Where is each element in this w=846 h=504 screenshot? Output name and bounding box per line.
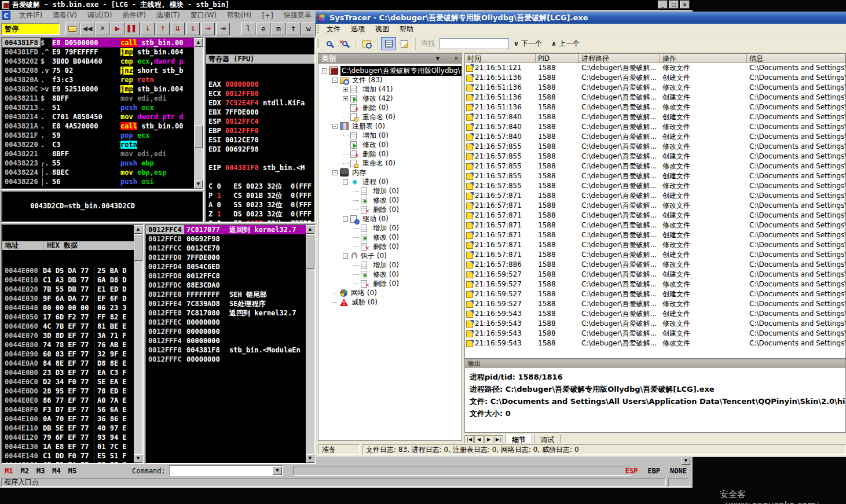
table-row[interactable]: 21:16:57:8711588C:\debuger\吾爱破解...创建文件C:… [465,211,845,220]
table-row[interactable]: 21:16:59:5431588C:\debuger\吾爱破解...创建文件C:… [465,309,845,319]
dump-row[interactable]: 0044E12079 6F EF 7793 94 E [2,433,142,442]
first-record-button[interactable]: ∣◀ [464,435,474,444]
stack-row[interactable]: 0012FFCC0012CE70 [146,244,314,253]
registers-pane[interactable]: 寄存器 (FPU) EAX 00000000ECX 0012FFB0EDX 7C… [205,37,316,223]
collapse-icon[interactable]: - [343,253,348,259]
scrollbar-thumb[interactable] [134,234,142,261]
scroll-down-icon[interactable]: ▼ [682,457,690,465]
tree-item[interactable]: +修改 (42) [320,94,462,103]
stack-scrollbar[interactable]: ▲▼ [306,225,314,463]
toggle-detail-view-button[interactable] [397,37,412,50]
disasm-row[interactable]: 00438208.v75 02jnz short stb_b [2,66,203,75]
table-row[interactable]: 21:16:57:8551588C:\debuger\吾爱破解...创建文件C:… [465,152,845,161]
close-icon[interactable]: ✕ [452,55,460,62]
collapse-icon[interactable]: - [332,124,338,129]
collapse-icon[interactable]: - [343,179,348,185]
column-header[interactable]: PID [536,54,579,63]
execute-till-return-button[interactable]: → [201,23,215,35]
disasm-scrollbar[interactable]: ▲▼ [194,38,203,189]
follow-label-ebp[interactable]: EBP [647,467,660,475]
dump-row[interactable]: 0044E08074 78 EF 7776 AB E [2,340,142,350]
animate-over-button[interactable]: ⇓ [186,23,200,35]
table-row[interactable]: 21:16:51:1361588C:\debuger\吾爱破解...创建文件C:… [465,93,845,102]
disasm-row[interactable]: 0043820C>vE9 52510000jmp stb_bin.004 [2,84,203,94]
table-row[interactable]: 21:16:57:8711588C:\debuger\吾爱破解...创建文件C:… [465,230,845,240]
scroll-up-icon[interactable]: ▲ [134,225,142,234]
table-row[interactable]: 21:16:51:1361588C:\debuger\吾爱破解...修改文件C:… [465,83,845,93]
goto-button[interactable]: ⇥ [216,23,230,35]
follow-label-esp[interactable]: ESP [625,467,638,475]
table-row[interactable]: 21:16:57:8401588C:\debuger\吾爱破解...修改文件C:… [465,122,845,132]
tree-item[interactable]: 增加 (0) [320,131,462,140]
scroll-up-icon[interactable]: ▲ [306,225,314,234]
stack-row[interactable]: 0012FFE47C839AD8SE处理程序 [146,299,314,308]
dump-row[interactable]: 0044E0604C 7B EF 7781 BE E [2,322,142,331]
disasm-row[interactable]: 00438213.51push ecx [2,103,203,112]
dump-row[interactable]: 0044E000D4 D5 DA 7725 BA D [2,266,142,275]
dump-row[interactable]: 0044E110DB 5E EF 7740 97 E [2,424,142,433]
tree-item[interactable]: -文件 (83) [320,75,462,84]
disassembly-pane[interactable]: 004381F8$E8 D0500000call stb_bin.0000438… [1,37,204,190]
open-file-button[interactable] [65,23,79,35]
stack-row[interactable]: 0012FFF000000000 [146,327,314,336]
dump-row[interactable]: 0044E0A084 8E EF 77D8 8E E [2,359,142,368]
maximize-button[interactable]: □ [669,1,679,9]
table-row[interactable]: 21:16:59:5431588C:\debuger\吾爱破解...修改文件C:… [465,339,845,348]
tree-item[interactable]: 修改 (0) [320,140,462,149]
stop-trace-button[interactable] [337,37,352,50]
menu-item[interactable]: 查看(V) [47,10,82,20]
tree-item[interactable]: -注册表 (0) [320,122,462,131]
menu-item[interactable]: 帮助 [394,24,419,34]
table-row[interactable]: 21:16:57:8551588C:\debuger\吾爱破解...修改文件C:… [465,161,845,171]
threads-button[interactable]: t [287,23,301,35]
stack-row[interactable]: 0012FFF400000000 [146,336,314,345]
disasm-row[interactable]: 00438223┌.55push ebp [2,159,203,168]
table-row[interactable]: 21:16:51:1211588C:\debuger\吾爱破解...修改文件C:… [465,63,845,73]
tree-item[interactable]: 修改 (0) [320,233,462,242]
memory-map-button[interactable]: m [272,23,285,35]
bookmark-button-m4[interactable]: M4 [52,467,60,475]
stack-row[interactable]: 0012FFE0FFFFFFFFSEH 链尾部 [146,290,314,299]
expand-icon[interactable]: + [343,87,348,92]
menu-item[interactable]: 帮助(H) [222,10,257,20]
disasm-row[interactable]: 0043821F.59pop ecx [2,131,203,140]
step-over-button[interactable]: ↑ [156,23,170,35]
tree-item[interactable]: 删除 (0) [320,205,462,214]
table-row[interactable]: 21:16:57:8711588C:\debuger\吾爱破解...创建文件C:… [465,250,845,260]
scrollbar-thumb[interactable] [194,125,203,148]
collapse-icon[interactable]: - [332,170,338,175]
prev-record-button[interactable]: ◀ [474,435,484,444]
bookmark-button-m5[interactable]: M5 [68,467,76,475]
stack-row[interactable]: 0012FFFC00000000 [146,355,314,364]
find-next-button[interactable]: ∨ 下一个 [509,38,547,50]
disasm-row[interactable]: 00438202$3B0D B04B460cmp ecx,dword p [2,57,203,66]
run-button[interactable]: ▶ [111,23,124,35]
find-prev-button[interactable]: ∧ 上一个 [547,38,584,50]
table-row[interactable]: 21:16:57:8861588C:\debuger\吾爱破解...修改文件C:… [465,260,845,270]
table-row[interactable]: 21:16:59:5431588C:\debuger\吾爱破解...修改文件C:… [465,319,845,329]
tree-item[interactable]: -驱动 (0) [320,214,462,223]
bookmark-button-m2[interactable]: M2 [20,467,28,475]
dump-row[interactable]: 0044E04000 00 00 0006 23 3 [2,303,142,312]
tree-item[interactable]: -C:\debuger\吾爱破解专用版Ollydbg\吾 [320,66,462,75]
stack-row[interactable]: 0012FFC800692F98 [146,234,314,244]
dump-row[interactable]: 0044E0F0F3 D7 EF 7756 6A E [2,405,142,414]
stack-row[interactable]: 0012FFD07FFDE000 [146,253,314,262]
last-record-button[interactable]: ▶∣ [494,435,503,444]
bookmark-button-m1[interactable]: M1 [5,467,13,475]
executables-button[interactable]: e [257,23,270,35]
log-window-button[interactable]: l [241,23,255,35]
dump-row[interactable]: 0044E0207B 55 DB 77E1 ED D [2,285,142,294]
stack-row[interactable]: 0012FFDC88E3CDA0 [146,281,314,290]
scroll-down-icon[interactable]: ▼ [306,454,314,463]
follow-label-none[interactable]: NONE [670,467,687,475]
menu-item[interactable]: 调试(D) [82,10,118,20]
disasm-row[interactable]: 00438226│.56push esi [2,177,203,186]
disasm-row[interactable]: 004381FD.^E9 79FEFFFFjmp stb_bin.004 [2,47,203,57]
snapshot-button[interactable] [359,37,374,50]
tree-item[interactable]: 威胁 (0) [320,297,462,307]
dump-row[interactable]: 0044E0309F 6A DA 77EF 6F D [2,294,142,303]
table-row[interactable]: 21:16:57:8401588C:\debuger\吾爱破解...创建文件C:… [465,132,845,142]
dump-row[interactable]: 0044E1000A 70 EF 7736 86 E [2,414,142,424]
table-row[interactable]: 21:16:57:8551588C:\debuger\吾爱破解...修改文件C:… [465,142,845,152]
